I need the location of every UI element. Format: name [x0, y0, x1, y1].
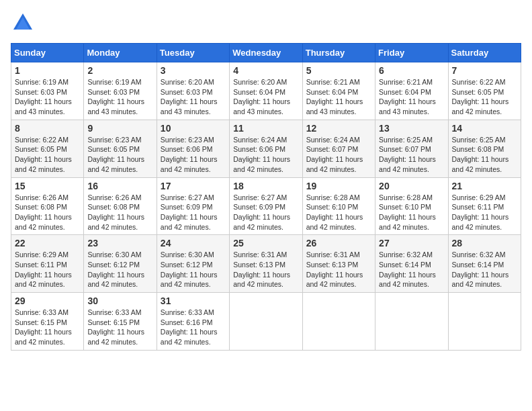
day-info: Sunrise: 6:26 AM Sunset: 6:08 PM Dayligh… [15, 193, 80, 232]
day-number: 5 [306, 65, 371, 76]
page-header [11, 11, 521, 35]
day-info: Sunrise: 6:28 AM Sunset: 6:10 PM Dayligh… [379, 193, 444, 232]
day-number: 16 [87, 181, 152, 191]
calendar-week-row: 29Sunrise: 6:33 AM Sunset: 6:15 PM Dayli… [11, 293, 521, 351]
day-info: Sunrise: 6:31 AM Sunset: 6:13 PM Dayligh… [233, 250, 298, 289]
calendar-cell: 2Sunrise: 6:19 AM Sunset: 6:03 PM Daylig… [84, 62, 157, 120]
calendar-cell: 13Sunrise: 6:25 AM Sunset: 6:07 PM Dayli… [375, 120, 448, 177]
day-number: 23 [87, 238, 152, 248]
day-info: Sunrise: 6:23 AM Sunset: 6:06 PM Dayligh… [161, 135, 226, 175]
calendar-cell: 25Sunrise: 6:31 AM Sunset: 6:13 PM Dayli… [230, 235, 302, 293]
day-number: 10 [161, 123, 226, 134]
calendar-cell: 26Sunrise: 6:31 AM Sunset: 6:13 PM Dayli… [302, 235, 375, 293]
day-number: 1 [15, 65, 80, 76]
day-number: 8 [15, 123, 80, 134]
logo-icon [11, 11, 35, 35]
calendar-cell: 21Sunrise: 6:29 AM Sunset: 6:11 PM Dayli… [448, 177, 521, 235]
calendar-cell: 11Sunrise: 6:24 AM Sunset: 6:06 PM Dayli… [230, 120, 302, 177]
calendar-cell: 27Sunrise: 6:32 AM Sunset: 6:14 PM Dayli… [375, 235, 448, 293]
calendar-cell: 23Sunrise: 6:30 AM Sunset: 6:12 PM Dayli… [84, 235, 157, 293]
day-number: 27 [379, 238, 444, 248]
day-number: 18 [233, 181, 298, 191]
day-info: Sunrise: 6:20 AM Sunset: 6:03 PM Dayligh… [161, 77, 226, 117]
day-info: Sunrise: 6:32 AM Sunset: 6:14 PM Dayligh… [379, 250, 444, 289]
calendar-cell: 14Sunrise: 6:25 AM Sunset: 6:08 PM Dayli… [448, 120, 521, 177]
day-number: 22 [15, 238, 80, 248]
day-number: 2 [87, 65, 152, 76]
day-number: 25 [233, 238, 298, 248]
day-number: 11 [233, 123, 298, 134]
day-info: Sunrise: 6:27 AM Sunset: 6:09 PM Dayligh… [233, 193, 298, 232]
day-number: 3 [161, 65, 226, 76]
weekday-header: Sunday [11, 44, 84, 62]
calendar-cell: 17Sunrise: 6:27 AM Sunset: 6:09 PM Dayli… [157, 177, 229, 235]
logo [11, 11, 39, 35]
day-info: Sunrise: 6:32 AM Sunset: 6:14 PM Dayligh… [452, 250, 517, 289]
day-number: 20 [379, 181, 444, 191]
calendar-cell: 10Sunrise: 6:23 AM Sunset: 6:06 PM Dayli… [157, 120, 229, 177]
day-info: Sunrise: 6:33 AM Sunset: 6:16 PM Dayligh… [161, 308, 226, 347]
day-info: Sunrise: 6:29 AM Sunset: 6:11 PM Dayligh… [15, 250, 80, 289]
day-info: Sunrise: 6:30 AM Sunset: 6:12 PM Dayligh… [87, 250, 152, 289]
calendar-cell: 6Sunrise: 6:21 AM Sunset: 6:04 PM Daylig… [375, 62, 448, 120]
day-number: 4 [233, 65, 298, 76]
day-number: 7 [452, 65, 517, 76]
day-info: Sunrise: 6:24 AM Sunset: 6:06 PM Dayligh… [233, 135, 298, 175]
day-number: 30 [87, 295, 152, 306]
day-number: 12 [306, 123, 371, 134]
day-info: Sunrise: 6:24 AM Sunset: 6:07 PM Dayligh… [306, 135, 371, 175]
day-number: 13 [379, 123, 444, 134]
calendar-cell: 7Sunrise: 6:22 AM Sunset: 6:05 PM Daylig… [448, 62, 521, 120]
day-info: Sunrise: 6:25 AM Sunset: 6:08 PM Dayligh… [452, 135, 517, 175]
day-number: 17 [161, 181, 226, 191]
weekday-header: Friday [375, 44, 448, 62]
calendar-week-row: 8Sunrise: 6:22 AM Sunset: 6:05 PM Daylig… [11, 120, 521, 177]
day-number: 29 [15, 295, 80, 306]
calendar-cell: 31Sunrise: 6:33 AM Sunset: 6:16 PM Dayli… [157, 293, 229, 351]
day-number: 14 [452, 123, 517, 134]
day-number: 9 [87, 123, 152, 134]
calendar-cell: 9Sunrise: 6:23 AM Sunset: 6:05 PM Daylig… [84, 120, 157, 177]
calendar-cell: 19Sunrise: 6:28 AM Sunset: 6:10 PM Dayli… [302, 177, 375, 235]
day-info: Sunrise: 6:20 AM Sunset: 6:04 PM Dayligh… [233, 77, 298, 117]
calendar-cell: 5Sunrise: 6:21 AM Sunset: 6:04 PM Daylig… [302, 62, 375, 120]
calendar-cell: 29Sunrise: 6:33 AM Sunset: 6:15 PM Dayli… [11, 293, 84, 351]
calendar-cell: 8Sunrise: 6:22 AM Sunset: 6:05 PM Daylig… [11, 120, 84, 177]
day-info: Sunrise: 6:21 AM Sunset: 6:04 PM Dayligh… [306, 77, 371, 117]
day-info: Sunrise: 6:22 AM Sunset: 6:05 PM Dayligh… [452, 77, 517, 117]
day-info: Sunrise: 6:30 AM Sunset: 6:12 PM Dayligh… [161, 250, 226, 289]
day-info: Sunrise: 6:26 AM Sunset: 6:08 PM Dayligh… [87, 193, 152, 232]
day-number: 26 [306, 238, 371, 248]
weekday-header: Monday [84, 44, 157, 62]
day-info: Sunrise: 6:19 AM Sunset: 6:03 PM Dayligh… [15, 77, 80, 117]
calendar: SundayMondayTuesdayWednesdayThursdayFrid… [11, 43, 521, 351]
day-info: Sunrise: 6:31 AM Sunset: 6:13 PM Dayligh… [306, 250, 371, 289]
calendar-cell: 16Sunrise: 6:26 AM Sunset: 6:08 PM Dayli… [84, 177, 157, 235]
calendar-cell: 24Sunrise: 6:30 AM Sunset: 6:12 PM Dayli… [157, 235, 229, 293]
calendar-cell [230, 293, 302, 351]
day-number: 28 [452, 238, 517, 248]
day-info: Sunrise: 6:19 AM Sunset: 6:03 PM Dayligh… [87, 77, 152, 117]
calendar-cell: 18Sunrise: 6:27 AM Sunset: 6:09 PM Dayli… [230, 177, 302, 235]
calendar-cell: 20Sunrise: 6:28 AM Sunset: 6:10 PM Dayli… [375, 177, 448, 235]
weekday-header: Wednesday [230, 44, 302, 62]
day-info: Sunrise: 6:23 AM Sunset: 6:05 PM Dayligh… [87, 135, 152, 175]
calendar-cell: 4Sunrise: 6:20 AM Sunset: 6:04 PM Daylig… [230, 62, 302, 120]
calendar-cell: 3Sunrise: 6:20 AM Sunset: 6:03 PM Daylig… [157, 62, 229, 120]
weekday-header: Saturday [448, 44, 521, 62]
calendar-cell: 30Sunrise: 6:33 AM Sunset: 6:15 PM Dayli… [84, 293, 157, 351]
day-info: Sunrise: 6:29 AM Sunset: 6:11 PM Dayligh… [452, 193, 517, 232]
day-info: Sunrise: 6:21 AM Sunset: 6:04 PM Dayligh… [379, 77, 444, 117]
calendar-cell: 28Sunrise: 6:32 AM Sunset: 6:14 PM Dayli… [448, 235, 521, 293]
weekday-header: Thursday [302, 44, 375, 62]
day-info: Sunrise: 6:22 AM Sunset: 6:05 PM Dayligh… [15, 135, 80, 175]
calendar-cell: 1Sunrise: 6:19 AM Sunset: 6:03 PM Daylig… [11, 62, 84, 120]
calendar-cell [448, 293, 521, 351]
day-info: Sunrise: 6:33 AM Sunset: 6:15 PM Dayligh… [87, 308, 152, 347]
calendar-cell: 15Sunrise: 6:26 AM Sunset: 6:08 PM Dayli… [11, 177, 84, 235]
day-number: 31 [161, 295, 226, 306]
calendar-cell [375, 293, 448, 351]
weekday-header: Tuesday [157, 44, 229, 62]
day-info: Sunrise: 6:33 AM Sunset: 6:15 PM Dayligh… [15, 308, 80, 347]
day-number: 24 [161, 238, 226, 248]
